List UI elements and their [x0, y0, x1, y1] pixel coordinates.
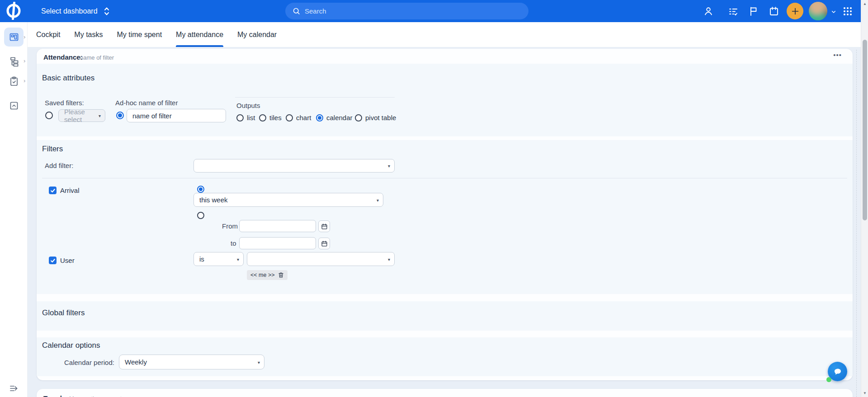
arrival-range-radio[interactable]: [197, 212, 204, 219]
select-caret-icon: ▾: [377, 197, 379, 202]
section-heading: Global filters: [42, 308, 85, 318]
search-icon: [292, 7, 301, 15]
attendance-widget-header: Attendance: name of filter •••: [37, 49, 853, 64]
to-label: to: [231, 239, 236, 247]
adhoc-name-input-group: [127, 109, 226, 122]
tab-cockpit[interactable]: Cockpit: [36, 22, 60, 47]
user-avatar[interactable]: [809, 2, 827, 20]
sidebar-item-tasks[interactable]: [4, 72, 24, 91]
section-basic-attributes: Basic attributes Saved filters: Please s…: [37, 64, 853, 136]
widget-title: Attendance:: [43, 53, 83, 61]
chevron-updown-icon: [103, 6, 110, 16]
adhoc-name-input[interactable]: [127, 109, 226, 122]
topbar: Select dashboard: [0, 0, 868, 22]
arrival-preset-radio[interactable]: [197, 186, 204, 193]
dashboard-selector[interactable]: Select dashboard: [41, 0, 110, 22]
widget-subtitle: name of filter: [80, 54, 114, 61]
sidebar-item-projects[interactable]: [4, 52, 24, 71]
arrival-filter-label: Arrival: [60, 187, 80, 194]
tab-my-tasks[interactable]: My tasks: [74, 22, 103, 47]
scroll-down-icon[interactable]: ▼: [861, 391, 868, 395]
section-heading: Filters: [42, 145, 63, 154]
saved-filters-radio[interactable]: [45, 112, 53, 119]
output-option-pivot-table[interactable]: pivot table: [355, 114, 396, 121]
tasks-list-icon[interactable]: [727, 5, 739, 17]
trends-widget-header: Trends: My vacation requests: [37, 389, 853, 397]
add-filter-select[interactable]: ▾: [193, 159, 395, 173]
filters-divider: [42, 178, 847, 178]
user-checkbox[interactable]: [49, 257, 57, 264]
saved-filters-select[interactable]: Please select ▾: [58, 109, 105, 122]
user-operator-select[interactable]: is ▾: [193, 252, 244, 266]
select-caret-icon: ▾: [99, 113, 101, 118]
sidebar-expand-tasks-chevron[interactable]: ›: [24, 77, 25, 84]
arrival-checkbox[interactable]: [49, 187, 57, 194]
output-radio[interactable]: [286, 114, 293, 121]
section-heading: Basic attributes: [42, 74, 94, 83]
calendar-icon[interactable]: [768, 5, 780, 17]
trash-icon[interactable]: [278, 272, 284, 278]
from-date-picker-button[interactable]: [318, 220, 330, 232]
output-radio[interactable]: [236, 114, 244, 121]
chevron-down-icon[interactable]: [828, 6, 840, 18]
scroll-up-icon[interactable]: ▲: [861, 2, 868, 6]
user-value-select[interactable]: ▾: [247, 252, 395, 266]
left-sidebar: › › ›: [0, 22, 28, 397]
from-date-input[interactable]: [239, 220, 316, 232]
to-date-picker-button[interactable]: [318, 238, 330, 249]
attendance-widget: Attendance: name of filter ••• Basic att…: [37, 49, 853, 380]
widget-subtitle: My vacation requests: [69, 395, 125, 397]
flag-icon[interactable]: [748, 5, 760, 17]
output-option-list[interactable]: list: [236, 114, 255, 121]
sidebar-expand-dashboards-chevron[interactable]: ›: [24, 33, 25, 40]
apps-grid-icon[interactable]: [842, 5, 854, 17]
trends-widget: Trends: My vacation requests: [37, 389, 853, 397]
tab-my-time-spent[interactable]: My time spent: [117, 22, 162, 47]
select-caret-icon: ▾: [237, 257, 239, 262]
page-scrollbar[interactable]: ▲ ▼: [861, 0, 868, 397]
section-calendar-options: Calendar options Calendar period: Weekly…: [37, 337, 853, 376]
plus-icon: [790, 6, 800, 16]
to-date-input[interactable]: [239, 237, 316, 249]
create-new-button[interactable]: [787, 3, 803, 19]
project-tree-icon: [9, 56, 19, 67]
adhoc-name-radio[interactable]: [116, 112, 124, 119]
tab-my-calendar[interactable]: My calendar: [237, 22, 277, 47]
app-logo[interactable]: [5, 2, 23, 20]
widget-title: Trends:: [43, 394, 68, 397]
sidebar-expand-projects-chevron[interactable]: ›: [24, 57, 25, 64]
me-chip[interactable]: << me >>: [247, 270, 288, 280]
dashboard-tabbar: Cockpit My tasks My time spent My attend…: [0, 22, 868, 47]
scrollbar-thumb[interactable]: [863, 40, 867, 220]
sidebar-expand-button[interactable]: [4, 379, 24, 397]
output-radio[interactable]: [355, 114, 362, 121]
tab-my-attendance[interactable]: My attendance: [176, 22, 223, 47]
clipboard-check-icon: [9, 76, 19, 87]
output-option-chart[interactable]: chart: [286, 114, 311, 121]
section-heading: Calendar options: [42, 341, 100, 350]
output-radio[interactable]: [259, 114, 266, 121]
chat-online-dot: [826, 377, 831, 382]
from-label: From: [222, 222, 238, 230]
user-profile-icon[interactable]: [703, 5, 714, 17]
global-search[interactable]: [285, 3, 528, 19]
search-input[interactable]: [305, 7, 504, 15]
outputs-divider: [235, 97, 395, 98]
sidebar-item-reports[interactable]: [4, 96, 24, 115]
expand-sidebar-icon: [9, 383, 19, 394]
chat-bubble-icon: [832, 366, 843, 377]
dashboard-icon: [9, 32, 19, 42]
more-menu-icon[interactable]: •••: [833, 51, 842, 59]
dashboard-grid-guide: [856, 50, 857, 397]
add-filter-label: Add filter:: [45, 162, 73, 169]
select-caret-icon: ▾: [388, 163, 390, 168]
output-option-tiles[interactable]: tiles: [259, 114, 282, 121]
arrival-preset-select[interactable]: this week ▾: [193, 193, 383, 207]
select-caret-icon: ▾: [258, 360, 260, 364]
output-option-calendar[interactable]: calendar: [316, 114, 353, 121]
dashboard-selector-label: Select dashboard: [41, 7, 98, 15]
sidebar-item-dashboards[interactable]: [4, 28, 24, 47]
outputs-label: Outputs: [236, 102, 260, 109]
calendar-period-select[interactable]: Weekly ▾: [119, 355, 264, 369]
output-radio-selected[interactable]: [316, 114, 323, 121]
